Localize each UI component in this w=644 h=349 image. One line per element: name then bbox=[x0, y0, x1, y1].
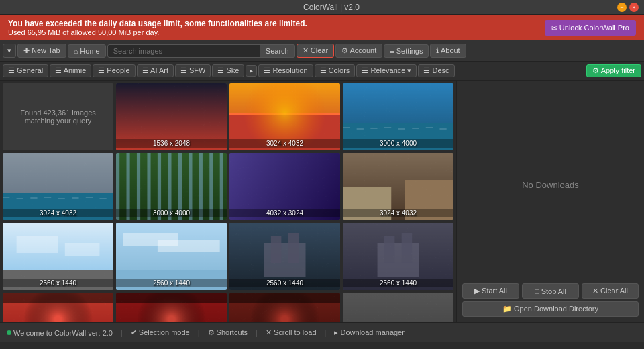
clear-button[interactable]: ✕ Clear bbox=[297, 44, 334, 58]
tab-dropdown[interactable]: ▾ bbox=[3, 44, 16, 58]
filter-ske[interactable]: ☰ Ske bbox=[212, 64, 244, 77]
image-cell[interactable]: 2560 x 1440 bbox=[343, 223, 453, 290]
status-sep4: | bbox=[325, 329, 327, 337]
apply-filter-button[interactable]: ⚙ Apply filter bbox=[586, 64, 641, 77]
grid-placeholder: Found 423,361 images matching your query bbox=[3, 83, 113, 150]
status-sep3: | bbox=[256, 329, 258, 337]
filter-relevance[interactable]: ☰ Relevance ▾ bbox=[356, 64, 417, 77]
status-dot bbox=[7, 330, 11, 335]
status-selection-text: ✔ Selection mode bbox=[131, 328, 190, 337]
filter-ai-art[interactable]: ☰ AI Art bbox=[137, 64, 174, 77]
about-button[interactable]: ℹ About bbox=[430, 44, 466, 58]
toolbar: ▾ ✚ New Tab ⌂ Home Search ✕ Clear ⚙ Acco… bbox=[0, 40, 644, 62]
main-content: Found 423,361 images matching your query… bbox=[0, 81, 644, 322]
image-cell[interactable]: 1536 x 2048 bbox=[116, 83, 227, 150]
image-size-label: 3024 x 4032 bbox=[229, 139, 340, 148]
filter-arrow[interactable]: ▸ bbox=[246, 65, 257, 77]
status-scroll-text: ✕ Scroll to load bbox=[266, 328, 317, 337]
placeholder-line2: matching your query bbox=[25, 117, 92, 125]
image-grid: Found 423,361 images matching your query… bbox=[3, 83, 453, 322]
status-selection[interactable]: ✔ Selection mode bbox=[131, 328, 190, 337]
status-shortcuts-text: ⚙ Shortcuts bbox=[208, 328, 248, 337]
image-grid-wrap[interactable]: Found 423,361 images matching your query… bbox=[0, 81, 456, 322]
title-bar: ColorWall | v2.0 − × bbox=[0, 0, 644, 15]
image-cell[interactable] bbox=[3, 293, 113, 322]
image-cell[interactable]: 3024 x 4032 bbox=[229, 83, 340, 150]
placeholder-line1: Found 423,361 images bbox=[20, 109, 96, 117]
filter-sfw[interactable]: ☰ SFW bbox=[175, 64, 211, 77]
account-button[interactable]: ⚙ Account bbox=[335, 44, 382, 58]
clear-all-button[interactable]: ✕ Clear All bbox=[582, 283, 639, 299]
warning-line2: Used 65,95 MiB of allowed 50,00 MiB per … bbox=[8, 28, 307, 36]
image-size-label: 2560 x 1440 bbox=[229, 279, 340, 287]
image-size-label: 3024 x 4032 bbox=[343, 209, 453, 217]
status-shortcuts[interactable]: ⚙ Shortcuts bbox=[208, 328, 248, 337]
status-sep2: | bbox=[198, 329, 200, 337]
image-cell[interactable]: 2560 x 1440 bbox=[3, 223, 113, 290]
right-panel: No Downloads ▶ Start All □ Stop All ✕ Cl… bbox=[456, 81, 644, 322]
image-cell[interactable]: 3024 x 4032 bbox=[343, 153, 453, 220]
filter-people[interactable]: ☰ People bbox=[93, 64, 135, 77]
unlock-button[interactable]: ✉ Unlock ColorWall Pro bbox=[545, 20, 636, 36]
stop-all-button[interactable]: □ Stop All bbox=[522, 283, 579, 299]
new-tab-button[interactable]: ✚ New Tab bbox=[17, 44, 66, 58]
status-download-manager[interactable]: ▸ Download manager bbox=[334, 328, 404, 337]
filter-colors[interactable]: ☰ Colors bbox=[315, 64, 356, 77]
image-size-label: 3024 x 4032 bbox=[3, 209, 113, 217]
image-cell[interactable]: 3000 x 4000 bbox=[116, 153, 227, 220]
close-button[interactable]: × bbox=[629, 3, 639, 12]
window-controls: − × bbox=[617, 3, 639, 12]
image-cell[interactable] bbox=[116, 293, 227, 322]
image-cell[interactable] bbox=[343, 293, 453, 322]
image-cell[interactable]: 4032 x 3024 bbox=[229, 153, 340, 220]
status-welcome-text: Welcome to ColorWall ver: 2.0 bbox=[13, 329, 113, 337]
settings-button[interactable]: ≡ Settings bbox=[384, 44, 429, 58]
status-bar: Welcome to ColorWall ver: 2.0 | ✔ Select… bbox=[0, 322, 644, 342]
open-directory-button[interactable]: 📁 Open Download Directory bbox=[462, 301, 639, 317]
status-scroll[interactable]: ✕ Scroll to load bbox=[266, 328, 317, 337]
search-input[interactable] bbox=[107, 44, 260, 58]
image-cell[interactable] bbox=[229, 293, 340, 322]
no-downloads-label: No Downloads bbox=[522, 86, 579, 283]
image-cell[interactable]: 3000 x 4000 bbox=[343, 83, 453, 150]
image-size-label: 4032 x 3024 bbox=[229, 209, 340, 217]
filter-general[interactable]: ☰ General bbox=[3, 64, 48, 77]
status-download-text: ▸ Download manager bbox=[334, 328, 404, 337]
image-size-label: 3000 x 4000 bbox=[343, 139, 453, 148]
filter-desc[interactable]: ☰ Desc bbox=[418, 64, 454, 77]
image-size-label: 2560 x 1440 bbox=[116, 279, 227, 287]
warning-banner: You have exceeded the daily data usage l… bbox=[0, 15, 644, 40]
image-cell[interactable]: 3024 x 4032 bbox=[3, 153, 113, 220]
image-cell[interactable]: 2560 x 1440 bbox=[229, 223, 340, 290]
filter-bar: ☰ General ☰ Animie ☰ People ☰ AI Art ☰ S… bbox=[0, 62, 644, 81]
search-wrap: Search bbox=[107, 44, 295, 58]
status-sep1: | bbox=[121, 329, 123, 337]
minimize-button[interactable]: − bbox=[617, 3, 627, 12]
warning-text: You have exceeded the daily data usage l… bbox=[8, 19, 307, 36]
app-title: ColorWall | v2.0 bbox=[46, 3, 617, 12]
download-action-row: ▶ Start All □ Stop All ✕ Clear All bbox=[462, 283, 639, 299]
search-button[interactable]: Search bbox=[260, 44, 295, 58]
image-size-label: 1536 x 2048 bbox=[116, 139, 227, 148]
filter-resolution[interactable]: ☰ Resolution bbox=[258, 64, 313, 77]
filter-animie[interactable]: ☰ Animie bbox=[50, 64, 91, 77]
warning-line1: You have exceeded the daily data usage l… bbox=[8, 19, 307, 28]
image-cell[interactable]: 2560 x 1440 bbox=[116, 223, 227, 290]
start-all-button[interactable]: ▶ Start All bbox=[462, 283, 519, 299]
image-size-label: 2560 x 1440 bbox=[343, 279, 453, 287]
download-controls: ▶ Start All □ Stop All ✕ Clear All 📁 Ope… bbox=[462, 283, 639, 317]
home-button[interactable]: ⌂ Home bbox=[68, 44, 106, 58]
status-welcome: Welcome to ColorWall ver: 2.0 bbox=[7, 329, 113, 337]
image-size-label: 2560 x 1440 bbox=[3, 279, 113, 287]
image-size-label: 3000 x 4000 bbox=[116, 209, 227, 217]
